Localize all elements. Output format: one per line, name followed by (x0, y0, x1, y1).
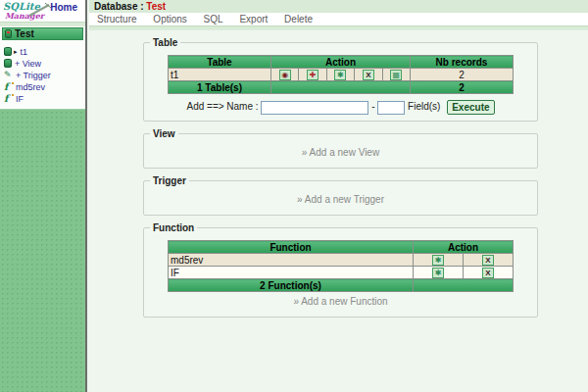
add-view-link[interactable]: » Add a new View (144, 143, 537, 162)
sidebar-items: ▸ t1 + View ✎ + Trigger f md5rev f IF (0, 42, 85, 109)
function-icon: f (4, 94, 13, 103)
view-icon (4, 59, 12, 68)
functions-footer-row: 2 Function(s) (169, 279, 514, 292)
menu-options[interactable]: Options (153, 14, 186, 24)
table-section: Table Table Action Nb records t1 ◉ ✚ ✱ X… (143, 37, 538, 122)
function-icon: f (4, 82, 13, 91)
col-function-action: Action (414, 241, 514, 254)
add-function-link[interactable]: » Add a new Function (144, 292, 537, 311)
properties-icon[interactable]: ✱ (432, 268, 444, 278)
record-count: 2 (411, 69, 514, 81)
drop-icon[interactable]: X (482, 255, 494, 266)
trigger-icon: ✎ (4, 71, 13, 79)
database-label: Database : (94, 1, 144, 12)
sidebar-item-label: t1 (21, 47, 28, 57)
table-name-input[interactable] (261, 101, 368, 115)
tables-table: Table Action Nb records t1 ◉ ✚ ✱ X ▦ 2 1… (168, 55, 514, 94)
sidebar-db-name: Test (15, 28, 34, 39)
logo: SQLite Manager Home (0, 0, 85, 22)
table-name-cell[interactable]: t1 (169, 69, 271, 81)
home-link[interactable]: Home (50, 2, 77, 13)
functions-header-row: Function Action (169, 241, 514, 254)
properties-icon[interactable]: ✱ (334, 70, 346, 80)
fields-count-input[interactable] (377, 101, 405, 115)
tables-header-row: Table Action Nb records (169, 56, 514, 69)
table-icon (4, 47, 12, 56)
sidebar-item-label: + View (15, 59, 41, 69)
properties-icon[interactable]: ✱ (432, 255, 444, 266)
sidebar-item-md5rev[interactable]: f md5rev (4, 81, 85, 92)
menu-bar: Structure Options SQL Export Delete (89, 13, 588, 25)
view-section: View » Add a new View (143, 128, 538, 169)
function-section-legend: Function (150, 222, 197, 233)
sidebar-item-add-trigger[interactable]: ✎ + Trigger (4, 70, 85, 80)
sidebar-background (0, 109, 85, 392)
empty-icon[interactable]: ▦ (390, 70, 402, 80)
function-row: md5rev ✱ X (169, 254, 514, 267)
drop-icon[interactable]: X (363, 70, 374, 80)
menu-sql[interactable]: SQL (204, 14, 223, 24)
sidebar: SQLite Manager Home Test ▸ t1 + View ✎ +… (0, 0, 87, 392)
menu-export[interactable]: Export (239, 14, 268, 24)
sidebar-item-if[interactable]: f IF (4, 93, 85, 104)
fields-label: Field(s) (408, 101, 440, 112)
main-area: Database : Test Structure Options SQL Ex… (89, 0, 588, 392)
content: Table Table Action Nb records t1 ◉ ✚ ✱ X… (89, 30, 588, 318)
sidebar-db-header[interactable]: Test (2, 27, 83, 40)
view-section-legend: View (150, 128, 178, 139)
function-count: 2 Function(s) (169, 279, 414, 292)
col-function: Function (169, 241, 414, 254)
menu-delete[interactable]: Delete (284, 14, 313, 24)
menu-structure[interactable]: Structure (97, 14, 137, 24)
sidebar-item-add-view[interactable]: + View (4, 58, 85, 69)
trigger-section: Trigger » Add a new Trigger (143, 175, 538, 216)
pen-icon (27, 2, 53, 18)
col-nb-records: Nb records (411, 56, 514, 69)
footer-spacer (271, 81, 411, 94)
functions-table: Function Action md5rev ✱ X IF ✱ X 2 Func… (168, 240, 514, 292)
sidebar-item-label: IF (16, 94, 24, 104)
table-row: t1 ◉ ✚ ✱ X ▦ 2 (169, 69, 514, 81)
browse-icon[interactable]: ◉ (279, 70, 291, 80)
sidebar-item-label: md5rev (16, 82, 45, 92)
tables-footer-row: 1 Table(s) 2 (169, 81, 514, 94)
insert-icon[interactable]: ✚ (307, 70, 318, 80)
col-action: Action (271, 56, 411, 69)
function-name-cell: IF (169, 267, 414, 279)
footer-spacer (414, 279, 514, 292)
add-table-form: Add ==> Name : - Field(s) Execute (144, 100, 537, 115)
database-name: Test (146, 1, 166, 12)
add-trigger-link[interactable]: » Add a new Trigger (144, 190, 537, 209)
sidebar-divider (0, 22, 85, 26)
table-count: 1 Table(s) (169, 81, 271, 94)
function-row: IF ✱ X (169, 267, 514, 279)
add-name-label: Add ==> Name : (186, 101, 258, 112)
col-table: Table (169, 56, 271, 69)
database-icon (5, 29, 12, 38)
table-section-legend: Table (150, 37, 180, 48)
expand-arrow-icon: ▸ (14, 48, 18, 56)
sidebar-item-t1[interactable]: ▸ t1 (4, 46, 85, 57)
records-total: 2 (411, 81, 514, 94)
drop-icon[interactable]: X (482, 268, 494, 278)
execute-button[interactable]: Execute (447, 100, 494, 115)
function-name-cell: md5rev (169, 254, 414, 267)
database-title-bar: Database : Test (89, 0, 588, 13)
sidebar-item-label: + Trigger (16, 71, 51, 80)
trigger-section-legend: Trigger (150, 175, 189, 186)
function-section: Function Function Action md5rev ✱ X IF ✱… (143, 222, 538, 318)
separator: - (371, 101, 374, 112)
